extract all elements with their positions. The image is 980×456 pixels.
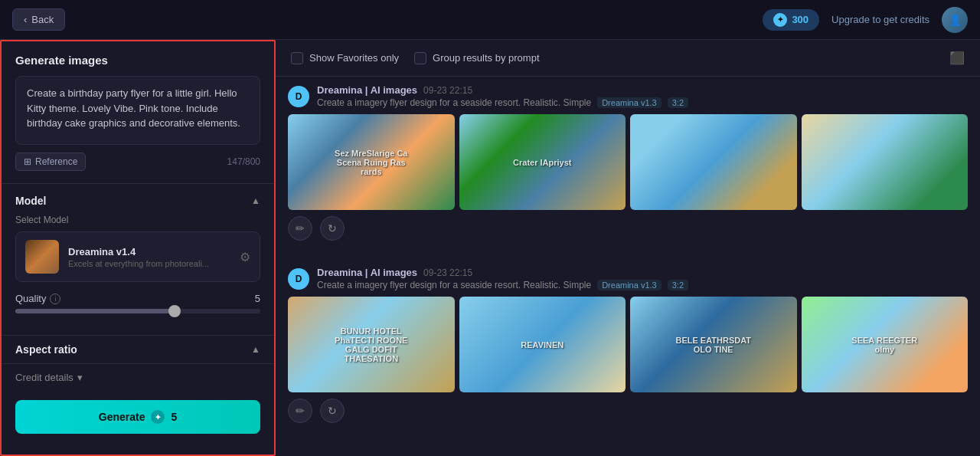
credit-details[interactable]: Credit details ▾ (2, 363, 274, 391)
reference-label: Reference (35, 156, 77, 167)
topbar: ‹ Back ✦ 300 Upgrade to get credits 👤 (0, 0, 980, 40)
group-name: Dreamina | AI images (317, 84, 417, 96)
quality-row: Quality i 5 (15, 293, 260, 304)
model-thumbnail (25, 240, 59, 274)
credit-details-chevron-icon: ▾ (77, 372, 83, 383)
aspect-ratio-section: Aspect ratio ▲ (2, 335, 274, 363)
group-header-1: DDreamina | AI images09-23 22:15Create a… (288, 259, 968, 297)
ratio-tag: 3:2 (668, 97, 688, 108)
image-cell-3[interactable] (802, 114, 969, 210)
sidebar-title: Generate images (15, 54, 260, 67)
reference-icon: ⊞ (24, 156, 31, 167)
model-settings-icon[interactable]: ⚙ (240, 250, 250, 264)
quality-value: 5 (255, 293, 260, 304)
avatar[interactable]: 👤 (942, 7, 968, 33)
refresh-button[interactable]: ↻ (320, 399, 345, 423)
show-favorites-option[interactable]: Show Favorites only (291, 52, 399, 64)
sidebar: Generate images Create a birthday party … (0, 40, 276, 456)
aspect-ratio-chevron-icon: ▲ (251, 344, 260, 355)
model-chevron-icon: ▲ (251, 195, 260, 206)
coin-icon: ✦ (773, 13, 787, 27)
credit-details-label: Credit details (15, 372, 74, 383)
favorites-label: Show Favorites only (309, 52, 399, 64)
model-description: Excels at everything from photoreali... (68, 259, 230, 268)
group-prompt: Create a imagery flyer design for a seas… (317, 280, 968, 290)
image-group-1: DDreamina | AI images09-23 22:15Create a… (288, 259, 968, 429)
aspect-ratio-header[interactable]: Aspect ratio ▲ (15, 343, 260, 356)
credits-value: 300 (792, 14, 808, 25)
quality-slider[interactable] (15, 309, 260, 313)
group-name: Dreamina | AI images (317, 267, 417, 278)
upgrade-button[interactable]: Upgrade to get credits (831, 14, 929, 25)
image-overlay-text: BELE EATHRSDAT OLO TINE (671, 336, 755, 354)
back-button[interactable]: ‹ Back (12, 8, 65, 31)
image-overlay-text: REAVINEN (521, 340, 564, 349)
back-arrow-icon: ‹ (24, 14, 27, 25)
model-info: Dreamina v1.4 Excels at everything from … (68, 246, 230, 268)
group-avatar: D (288, 268, 309, 290)
model-tag: Dreamina v1.3 (597, 280, 662, 290)
aspect-ratio-title: Aspect ratio (15, 343, 77, 356)
filter-bar: Show Favorites only Group results by pro… (276, 40, 980, 77)
model-card[interactable]: Dreamina v1.4 Excels at everything from … (15, 231, 260, 282)
image-row: Sez MreSlarige Ca Scena Ruing Ras rardsC… (288, 114, 968, 210)
select-model-label: Select Model (15, 215, 260, 225)
main-layout: Generate images Create a birthday party … (0, 40, 980, 456)
back-label: Back (31, 14, 54, 25)
group-header-0: DDreamina | AI images09-23 22:15Create a… (288, 77, 968, 114)
model-section-header[interactable]: Model ▲ (15, 195, 260, 207)
generate-label: Generate (99, 411, 145, 423)
quality-label: Quality i (15, 293, 60, 304)
image-row: BUNUR HOTEL PhaTECTI ROONE GALG DOFIT TH… (288, 297, 968, 392)
upgrade-label: Upgrade to get credits (831, 14, 929, 25)
quality-info-icon: i (50, 294, 60, 304)
image-overlay-text: Sez MreSlarige Ca Scena Ruing Ras rards (329, 149, 413, 176)
content-area: Show Favorites only Group results by pro… (276, 40, 980, 456)
edit-button[interactable]: ✏ (288, 399, 312, 423)
save-icon[interactable]: ⬛ (949, 51, 965, 65)
image-group-0: DDreamina | AI images09-23 22:15Create a… (288, 77, 968, 247)
group-meta: Dreamina | AI images09-23 22:15Create a … (317, 267, 968, 290)
gallery-scroll[interactable]: DDreamina | AI images09-23 22:15Create a… (276, 77, 980, 456)
image-cell-0[interactable]: BUNUR HOTEL PhaTECTI ROONE GALG DOFIT TH… (288, 297, 455, 392)
generate-button[interactable]: Generate ✦ 5 (15, 400, 260, 434)
filter-options: Show Favorites only Group results by pro… (291, 52, 540, 64)
prompt-box[interactable]: Create a birthday party flyer for a litt… (15, 76, 260, 145)
group-time: 09-23 22:15 (423, 85, 472, 96)
image-overlay-text: BUNUR HOTEL PhaTECTI ROONE GALG DOFIT TH… (329, 326, 413, 363)
generate-cost: 5 (171, 411, 177, 423)
credits-badge: ✦ 300 (763, 9, 819, 31)
topbar-right: ✦ 300 Upgrade to get credits 👤 (763, 7, 968, 33)
image-cell-3[interactable]: SEEA REEGTER olmy (802, 297, 969, 392)
action-row: ✏↻ (288, 392, 968, 429)
model-section: Model ▲ Select Model Dreamina v1.4 Excel… (2, 183, 274, 335)
edit-button[interactable]: ✏ (288, 216, 312, 241)
group-prompt: Create a imagery flyer design for a seas… (317, 97, 968, 108)
refresh-button[interactable]: ↻ (320, 216, 345, 241)
group-checkbox[interactable] (414, 52, 426, 64)
prompt-text: Create a birthday party flyer for a litt… (27, 87, 240, 129)
image-overlay-text: SEEA REEGTER olmy (843, 336, 926, 354)
slider-thumb (168, 305, 181, 317)
reference-button[interactable]: ⊞ Reference (15, 153, 86, 171)
image-overlay-text: Crater IApriyst (513, 158, 571, 167)
image-cell-1[interactable]: Crater IApriyst (459, 114, 626, 210)
group-label: Group results by prompt (433, 52, 539, 64)
slider-fill (15, 309, 175, 313)
group-time: 09-23 22:15 (423, 267, 472, 278)
image-cell-2[interactable]: BELE EATHRSDAT OLO TINE (630, 297, 797, 392)
image-cell-1[interactable]: REAVINEN (459, 297, 626, 392)
generate-cost-icon: ✦ (151, 410, 165, 424)
image-cell-0[interactable]: Sez MreSlarige Ca Scena Ruing Ras rards (288, 114, 455, 210)
model-tag: Dreamina v1.3 (597, 97, 662, 108)
char-count: 147/800 (227, 156, 260, 167)
group-results-option[interactable]: Group results by prompt (414, 52, 539, 64)
image-cell-2[interactable] (630, 114, 797, 210)
ratio-tag: 3:2 (668, 280, 688, 290)
favorites-checkbox[interactable] (291, 52, 303, 64)
model-name: Dreamina v1.4 (68, 246, 230, 258)
prompt-footer: ⊞ Reference 147/800 (15, 153, 260, 171)
sidebar-header: Generate images Create a birthday party … (2, 41, 274, 183)
group-meta: Dreamina | AI images09-23 22:15Create a … (317, 84, 968, 108)
action-row: ✏↻ (288, 210, 968, 247)
